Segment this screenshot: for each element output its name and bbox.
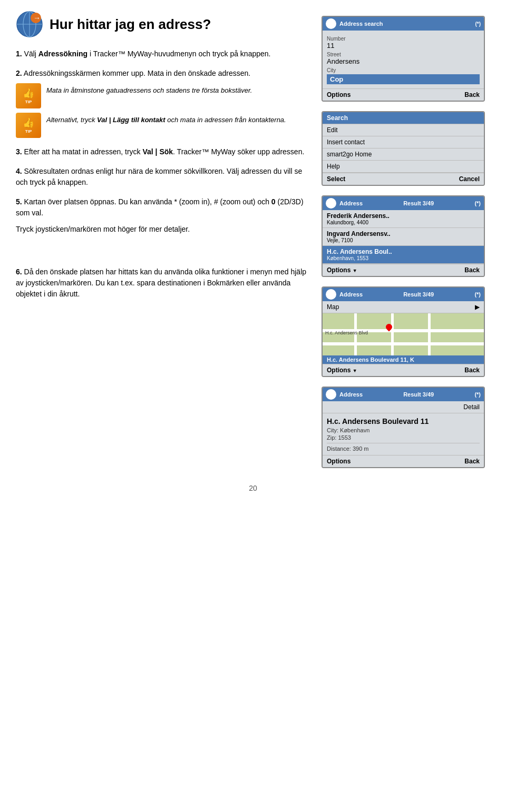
screen1-options[interactable]: Options <box>327 91 351 98</box>
tip-hand-icon: 👍 <box>23 87 34 99</box>
detail-zip: Zip: 1553 <box>327 434 480 441</box>
section-2-text: 2. Adressökningsskärmen kommer upp. Mata… <box>16 68 311 79</box>
screen1-star: (*) <box>475 21 481 27</box>
result-1-sub: Kalundborg, 4400 <box>327 220 480 225</box>
tip-icon-2: 👍 TIP <box>16 113 41 138</box>
screen1-titlebar: Address search (*) <box>323 17 484 31</box>
screen1-title: Address search <box>339 21 383 27</box>
detail-title: Address <box>339 391 363 398</box>
map-titlebar: Address Result 3/49 (*) <box>323 288 484 301</box>
screen1-number-label: Number <box>327 36 480 42</box>
screen1-street-label: Street <box>327 52 480 57</box>
map-screen: Address Result 3/49 (*) Map ▶ <box>322 286 485 377</box>
results-screen: Address Result 3/49 (*) Frederik Anderse… <box>322 195 485 277</box>
detail-label: Detail <box>463 403 480 411</box>
tip-label-2: TIP <box>25 129 32 134</box>
tip-1-text: Mata in åtminstone gatuadressens och sta… <box>46 83 252 96</box>
map-title-left: Address <box>326 289 363 300</box>
tip-hand-icon-2: 👍 <box>23 117 34 128</box>
detail-screen: Address Result 3/49 (*) Detail H.c. Ande… <box>322 387 485 468</box>
section-6: 6. Då den önskade platsen har hittats ka… <box>16 266 311 300</box>
menu-item-insert[interactable]: Insert contact <box>323 136 484 148</box>
result-item-1[interactable]: Frederik Andersens.. Kalundborg, 4400 <box>323 210 484 228</box>
map-road-v3 <box>428 313 431 355</box>
section-5: 5. Kartan över platsen öppnas. Du kan an… <box>16 196 311 235</box>
map-title: Address <box>339 291 363 298</box>
results-star: (*) <box>474 200 481 206</box>
detail-body: H.c. Andersens Boulevard 11 City: Københ… <box>323 413 484 455</box>
map-road-h2 <box>323 342 484 345</box>
map-back[interactable]: Back <box>464 367 480 374</box>
detail-city: City: København <box>327 427 480 433</box>
right-column: Address search (*) Number 11 Street Ande… <box>322 11 485 468</box>
section-4-text: 4. Sökresultaten ordnas enligt hur nära … <box>16 166 311 188</box>
section-5-bold: 0 <box>271 197 276 206</box>
map-canvas: H.c. Andersens Blvd <box>323 313 484 355</box>
detail-footer: Options Back <box>323 455 484 467</box>
map-road-v2 <box>391 313 394 355</box>
result-2-name: Ingvard Andersensv.. <box>327 230 480 237</box>
detail-distance: Distance: 390 m <box>327 443 480 452</box>
screen1-footer: Options Back <box>323 88 484 101</box>
detail-address-name: H.c. Andersens Boulevard 11 <box>327 417 480 426</box>
section-1: 1. Välj Adressökning i Tracker™ MyWay-hu… <box>16 48 311 60</box>
menu-item-search[interactable]: Search <box>323 112 484 124</box>
section-3-text: 3. Efter att ha matat in adressen, tryck… <box>16 146 311 157</box>
results-title-left: Address <box>326 198 363 209</box>
screen1-city-label: City <box>327 67 480 73</box>
detail-icon <box>326 389 336 400</box>
section-3-num: 3. <box>16 147 22 156</box>
result-2-sub: Vejle, 7100 <box>327 237 480 243</box>
results-footer: Options ▼ Back <box>323 264 484 276</box>
result-item-2[interactable]: Ingvard Andersensv.. Vejle, 7100 <box>323 228 484 246</box>
screen1-back[interactable]: Back <box>464 91 480 98</box>
result-item-3[interactable]: H.c. Andersens Boul.. København, 1553 <box>323 246 484 264</box>
results-icon <box>326 198 336 209</box>
map-label: Map <box>327 303 339 311</box>
menu-screen: Search Edit Insert contact smart2go Home… <box>322 111 485 186</box>
detail-options[interactable]: Options <box>327 458 351 465</box>
map-arrow: ▶ <box>475 303 480 311</box>
map-options-arrow: ▼ <box>353 368 357 373</box>
screen1-city-value: Cop <box>327 74 480 84</box>
detail-star: (*) <box>474 391 481 398</box>
section-5-text: 5. Kartan över platsen öppnas. Du kan an… <box>16 196 311 219</box>
section-4-num: 4. <box>16 167 22 175</box>
map-subtitle: Result 3/49 <box>403 291 434 298</box>
menu-item-smart2go[interactable]: smart2go Home <box>323 148 484 161</box>
detail-subtitle: Result 3/49 <box>403 391 434 398</box>
globe-icon: → <box>16 11 43 38</box>
results-options[interactable]: Options ▼ <box>327 266 357 274</box>
result-1-name: Frederik Andersens.. <box>327 212 480 220</box>
menu-footer: Select Cancel <box>323 173 484 185</box>
menu-item-edit[interactable]: Edit <box>323 124 484 136</box>
left-column: → Hur hittar jag en adress? 1. Välj Adre… <box>16 11 311 468</box>
detail-row: Detail <box>323 401 484 413</box>
tip-box-1: 👍 TIP Mata in åtminstone gatuadressens o… <box>16 83 311 108</box>
results-title: Address <box>339 200 363 206</box>
section-3-bold: Val | Sök <box>142 147 173 156</box>
map-footer: Options ▼ Back <box>323 364 484 376</box>
tip-2-text: Alternativt, tryck Val | Lägg till konta… <box>46 113 286 125</box>
section-1-bold: Adressökning <box>38 49 87 58</box>
section-6-num: 6. <box>16 268 22 276</box>
screen1-number-value: 11 <box>327 42 480 49</box>
screen1-body: Number 11 Street Andersens City Cop <box>323 31 484 88</box>
page-title: Hur hittar jag en adress? <box>50 16 211 33</box>
section-2-num: 2. <box>16 69 22 77</box>
screen1-street-value: Andersens <box>327 57 480 65</box>
menu-cancel[interactable]: Cancel <box>459 175 480 183</box>
detail-titlebar: Address Result 3/49 (*) <box>323 388 484 401</box>
results-subtitle: Result 3/49 <box>403 200 434 206</box>
map-street-label: H.c. Andersens Blvd <box>325 330 368 335</box>
results-back[interactable]: Back <box>464 266 480 274</box>
address-search-screen: Address search (*) Number 11 Street Ande… <box>322 16 485 102</box>
menu-select[interactable]: Select <box>327 175 345 183</box>
menu-item-help[interactable]: Help <box>323 161 484 173</box>
map-options[interactable]: Options ▼ <box>327 367 357 374</box>
tip-2-bold: Val | Lägg till kontakt <box>97 116 166 124</box>
detail-back[interactable]: Back <box>464 458 480 465</box>
map-row: Map ▶ <box>323 301 484 313</box>
section-2: 2. Adressökningsskärmen kommer upp. Mata… <box>16 68 311 138</box>
section-3: 3. Efter att ha matat in adressen, tryck… <box>16 146 311 157</box>
